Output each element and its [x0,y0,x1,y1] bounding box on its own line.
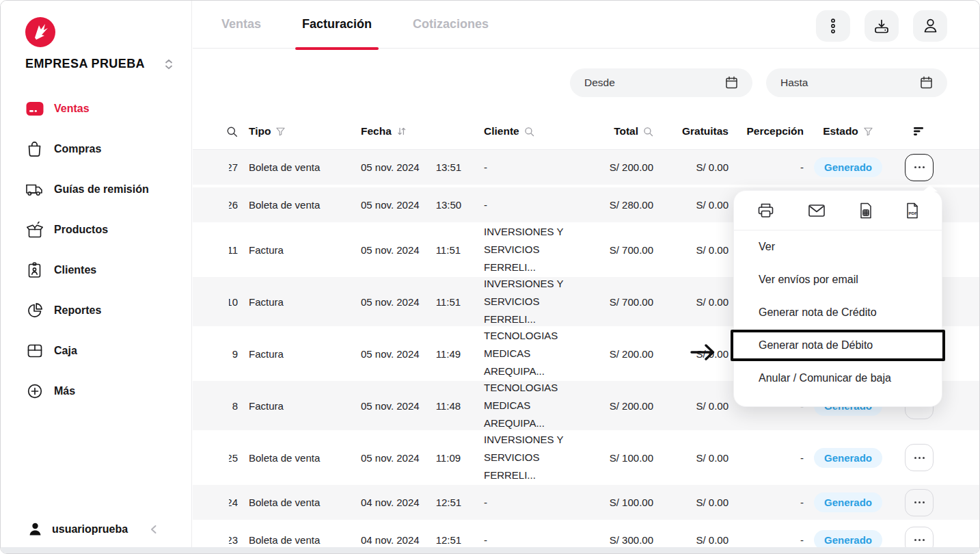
percepcion-value: - [729,497,804,508]
status-badge: Generado [814,157,882,177]
sidebar-item-label: Ventas [54,103,90,115]
doc-type: Factura [238,348,351,360]
doc-date: 05 nov. 2024 [361,161,420,173]
table-row[interactable]: 25 Boleta de venta 05 nov. 202411:09 INV… [193,433,980,485]
date-to-input[interactable]: Hasta [766,68,947,97]
tab-bar: Ventas Facturación Cotizaciones [193,1,980,49]
doc-number: 11 [229,244,238,256]
total-amount: S/ 200.00 [590,161,653,173]
pie-chart-icon [25,301,44,319]
total-amount: S/ 700.00 [590,296,653,308]
tab-cotizaciones[interactable]: Cotizaciones [410,1,491,49]
doc-date: 05 nov. 2024 [361,296,420,308]
sort-columns-icon[interactable] [913,126,925,137]
kebab-menu-button[interactable] [816,10,850,42]
doc-number: 23 [229,534,238,546]
percepcion-value: - [729,452,804,464]
total-amount: S/ 200.00 [590,400,653,412]
doc-type: Factura [238,400,351,412]
sidebar-item-clientes[interactable]: Clientes [1,250,191,290]
percepcion-value: - [729,534,804,546]
client-name: TECNOLOGIAS MEDICAS AREQUIPA... [467,379,590,432]
percepcion-value: - [729,161,804,173]
id-card-icon [25,261,44,279]
table-row[interactable]: 27 Boleta de venta 05 nov. 202413:51 - S… [193,150,980,187]
printer-icon[interactable] [757,202,775,220]
row-actions-button[interactable] [905,444,934,471]
account-button[interactable] [913,10,947,42]
search-icon[interactable] [524,127,534,137]
sidebar-item-compras[interactable]: Compras [1,129,191,169]
tab-facturacion[interactable]: Facturación [299,1,375,49]
total-amount: S/ 300.00 [590,534,653,546]
svg-text:PDF: PDF [909,211,918,215]
table-row[interactable]: 24 Boleta de venta 04 nov. 202412:51 - S… [193,485,980,523]
doc-type: Factura [238,296,351,308]
download-button[interactable] [865,10,899,42]
filter-funnel-icon[interactable] [275,127,286,137]
sidebar-item-productos[interactable]: Productos [1,209,191,250]
doc-type: Factura [238,244,351,256]
doc-time: 11:51 [436,296,461,308]
username: usuarioprueba [52,523,128,536]
sidebar-item-label: Caja [54,345,77,357]
sidebar-item-label: Guías de remisión [54,183,149,196]
doc-time: 12:51 [436,534,462,546]
menu-item-ver-envios[interactable]: Ver envíos por email [734,263,942,296]
sidebar-item-caja[interactable]: Caja [1,330,191,371]
expander-icon [163,58,174,70]
user-avatar-icon [28,522,42,537]
gratuitas-amount: S/ 0.00 [653,452,729,464]
horizontal-scrollbar[interactable] [1,547,979,553]
sidebar-item-mas[interactable]: Más [1,371,191,411]
total-amount: S/ 100.00 [590,497,653,508]
xml-file-icon[interactable] [859,202,873,220]
pdf-file-icon[interactable]: PDF [906,202,919,220]
doc-number: 24 [229,497,238,508]
sidebar-item-reportes[interactable]: Reportes [1,290,191,330]
email-icon[interactable] [808,204,826,217]
collapse-sidebar-icon[interactable] [148,523,159,536]
menu-item-ver[interactable]: Ver [734,230,942,263]
gratuitas-amount: S/ 0.00 [653,400,729,412]
sidebar-item-ventas[interactable]: Ventas [1,88,191,129]
doc-time: 12:51 [436,497,462,508]
client-name: - [467,494,590,512]
doc-type: Boleta de venta [238,199,351,211]
filter-funnel-icon[interactable] [863,127,873,137]
col-total: Total [614,125,638,137]
row-actions-button[interactable] [905,489,934,516]
sidebar-item-label: Reportes [54,304,101,317]
menu-item-nota-credito[interactable]: Generar nota de Crédito [734,296,942,329]
annotation-arrow-icon [690,342,722,362]
doc-date: 05 nov. 2024 [361,199,420,211]
row-actions-button[interactable] [905,154,934,181]
table-header: Tipo Fecha Cliente [193,114,980,150]
doc-time: 11:09 [436,452,461,464]
tab-ventas[interactable]: Ventas [219,1,264,49]
plus-circle-icon [25,382,44,400]
doc-search-icon[interactable] [206,126,238,137]
menu-item-nota-debito[interactable]: Generar nota de Débito [734,329,942,362]
shopping-bag-icon [25,140,44,158]
gratuitas-amount: S/ 0.00 [653,199,729,211]
client-name: INVERSIONES Y SERVICIOS FERRELI... [467,431,590,484]
client-name: INVERSIONES Y SERVICIOS FERRELI... [467,223,590,276]
doc-date: 05 nov. 2024 [361,452,420,464]
doc-time: 11:51 [436,244,461,256]
doc-date: 05 nov. 2024 [361,400,420,412]
menu-item-anular[interactable]: Anular / Comunicar de baja [734,362,942,395]
search-icon[interactable] [643,127,653,137]
sidebar-item-guias[interactable]: Guías de remisión [1,169,191,209]
client-name: INVERSIONES Y SERVICIOS FERRELI... [467,275,590,328]
sort-icon[interactable] [396,126,407,137]
user-menu[interactable]: usuarioprueba [28,522,165,537]
doc-type: Boleta de venta [238,534,351,546]
company-switcher[interactable]: EMPRESA PRUEBA [25,57,174,71]
date-from-input[interactable]: Desde [570,68,752,97]
package-icon [25,220,44,239]
col-cliente: Cliente [484,122,519,140]
calendar-icon [920,76,933,90]
status-badge: Generado [814,492,882,512]
sidebar-item-label: Clientes [54,264,96,276]
